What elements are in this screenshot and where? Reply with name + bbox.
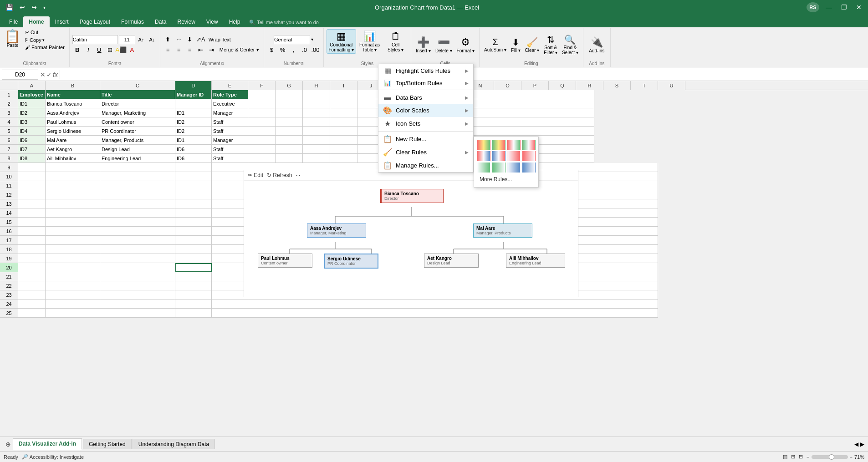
cell-i8[interactable] [330,154,357,163]
col-header-e[interactable]: E [212,81,248,90]
cell-g3[interactable] [276,108,303,117]
fill-color-button[interactable]: A⬛ [116,46,126,55]
currency-button[interactable]: $ [267,46,277,55]
tab-help[interactable]: Help [224,16,246,27]
color-scale-6[interactable] [492,151,505,161]
cell-e7[interactable]: Staff [212,145,248,154]
clear-rules-item[interactable]: 🧹 Clear Rules ▶ [378,146,473,159]
merge-center-button[interactable]: Merge & Center ▾ [218,46,261,53]
cancel-formula-icon[interactable]: ✕ [40,71,46,78]
zoom-out-button[interactable]: − [807,454,809,460]
scroll-left-button[interactable]: ◀ [854,441,858,447]
number-format-dropdown[interactable]: ▾ [311,37,313,42]
cell-d8[interactable]: ID6 [175,154,212,163]
tab-file[interactable]: File [4,16,23,27]
color-scale-4[interactable] [522,140,536,150]
cell-a6[interactable]: ID6 [18,136,46,145]
page-break-view-icon[interactable]: ⊟ [799,454,803,460]
color-scale-9[interactable] [477,162,490,173]
bold-button[interactable]: B [72,46,82,55]
tab-page-layout[interactable]: Page Layout [74,16,116,27]
col-header-u[interactable]: U [658,81,685,90]
col-header-g[interactable]: G [276,81,303,90]
zoom-level[interactable]: 71% [854,454,864,460]
align-middle-button[interactable]: ↔ [174,35,184,44]
insert-function-icon[interactable]: fx [53,71,58,78]
cell-h7[interactable] [303,145,330,154]
color-scale-5[interactable] [477,151,490,161]
cell-h6[interactable] [303,136,330,145]
cell-g8[interactable] [276,154,303,163]
new-rule-item[interactable]: 📋 New Rule... [378,132,473,146]
cell-g7[interactable] [276,145,303,154]
cell-a3[interactable]: ID2 [18,108,46,117]
cell-f4[interactable] [248,117,276,127]
align-right-button[interactable]: ≡ [185,46,195,55]
align-bottom-button[interactable]: ⬇ [185,35,195,44]
data-bars-item[interactable]: ▬ Data Bars ▶ [378,91,473,104]
delete-button[interactable]: ➖ Delete ▾ [434,32,454,57]
border-button[interactable]: ⊞ [105,46,115,55]
col-header-p[interactable]: P [521,81,549,90]
row-header-7[interactable]: 7 [0,145,18,154]
edit-button[interactable]: ✏ Edit [248,172,263,178]
cell-i6[interactable] [330,136,357,145]
cell-b20[interactable] [46,263,100,272]
cell-c8[interactable]: Engineering Lead [100,154,175,163]
color-scale-8[interactable] [522,151,536,161]
cell-i3[interactable] [330,108,357,117]
more-options-button[interactable]: ··· [296,172,300,178]
refresh-button[interactable]: ↻ Refresh [267,172,292,178]
more-color-rules-button[interactable]: More Rules... [477,174,536,184]
page-layout-view-icon[interactable]: ⊞ [791,454,795,460]
color-scale-7[interactable] [507,151,521,161]
cell-f6[interactable] [248,136,276,145]
paste-button[interactable]: 📋 Paste [3,29,22,51]
color-scale-11[interactable] [507,162,521,173]
org-node-paul[interactable]: Paul Lohmus Content owner [258,254,312,268]
fill-button[interactable]: ⬇ Fill ▾ [509,32,522,57]
cell-e5[interactable]: Staff [212,127,248,136]
cut-button[interactable]: ✂ Cut [23,29,66,36]
increase-indent-button[interactable]: ⇥ [207,46,217,55]
find-select-button[interactable]: 🔍 Find &Select ▾ [560,32,580,57]
zoom-in-button[interactable]: + [850,454,853,460]
cell-a5[interactable]: ID4 [18,127,46,136]
color-scale-3[interactable] [507,140,521,150]
cell-c3[interactable]: Manager, Marketing [100,108,175,117]
org-node-bianca[interactable]: Bianca Toscano Director [380,189,444,203]
col-header-q[interactable]: Q [549,81,576,90]
save-icon[interactable]: 💾 [4,3,15,12]
cell-h3[interactable] [303,108,330,117]
cell-i4[interactable] [330,117,357,127]
insert-button[interactable]: ➕ Insert ▾ [414,32,433,57]
tab-insert[interactable]: Insert [50,16,74,27]
cell-d4[interactable]: ID2 [175,117,212,127]
row-header-8[interactable]: 8 [0,154,18,163]
addins-button[interactable]: 🔌 Add-ins [587,32,606,57]
cell-e1[interactable]: Role Type [212,90,248,99]
cell-g6[interactable] [276,136,303,145]
icon-sets-item[interactable]: ★ Icon Sets ▶ [378,117,473,130]
increase-decimal-button[interactable]: .00 [311,46,321,55]
sheet-tab-understanding-data[interactable]: Understanding Diagram Data [133,439,215,449]
cell-a2[interactable]: ID1 [18,99,46,108]
cell-c2[interactable]: Director [100,99,175,108]
underline-button[interactable]: U [94,46,104,55]
scroll-right-button[interactable]: ▶ [860,441,864,447]
align-center-button[interactable]: ≡ [174,46,184,55]
cell-d20[interactable] [175,263,212,272]
cell-d6[interactable]: ID1 [175,136,212,145]
col-header-s[interactable]: S [603,81,631,90]
cell-c4[interactable]: Content owner [100,117,175,127]
font-name-input[interactable] [72,35,118,44]
add-sheet-button[interactable]: ⊕ [4,439,13,450]
cell-b5[interactable]: Sergio Udinese [46,127,100,136]
sort-filter-button[interactable]: ⇅ Sort &Filter ▾ [542,32,559,57]
org-node-aasa[interactable]: Aasa Andrejev Manager, Marketing [307,223,366,238]
color-scale-1[interactable] [477,140,490,150]
undo-icon[interactable]: ↩ [18,3,27,12]
cell-c6[interactable]: Manager, Products [100,136,175,145]
redo-icon[interactable]: ↪ [30,3,39,12]
cell-i1[interactable] [330,90,357,99]
